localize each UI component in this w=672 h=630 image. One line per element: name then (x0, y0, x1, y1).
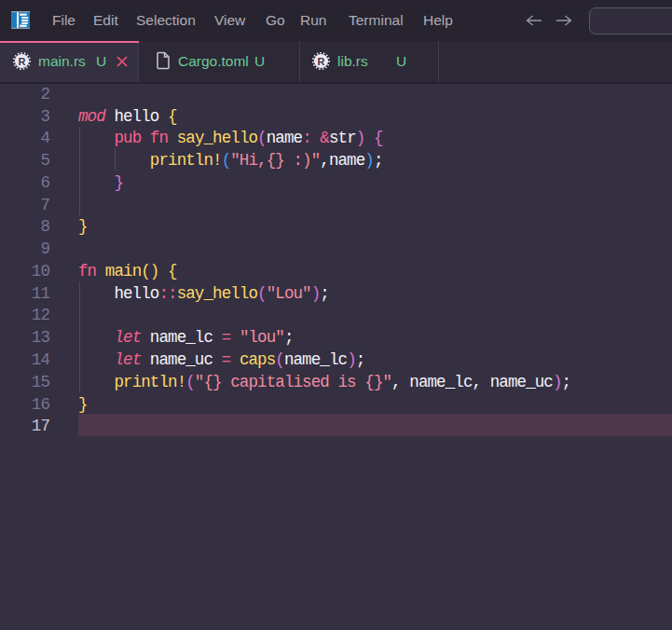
svg-text:R: R (19, 56, 26, 67)
svg-text:R: R (318, 56, 325, 67)
